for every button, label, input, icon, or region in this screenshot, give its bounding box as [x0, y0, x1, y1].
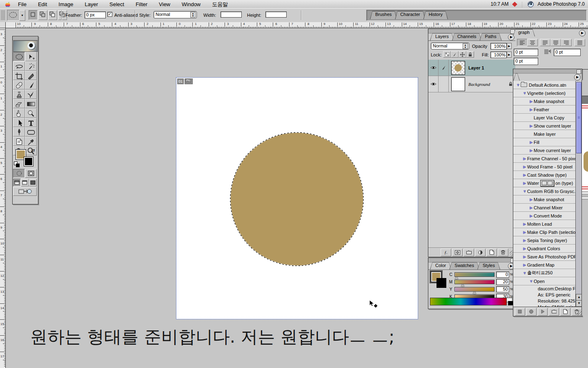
menu-item-Image[interactable]: Image: [53, 0, 79, 8]
slider-value-input[interactable]: 0: [496, 272, 509, 278]
align-button-2[interactable]: [540, 39, 550, 46]
mini-widget-box[interactable]: [548, 181, 552, 185]
app-name[interactable]: Adobe Photoshop 7.0: [538, 1, 585, 7]
well-tab-brushes[interactable]: Brushes: [370, 11, 397, 19]
slider-track[interactable]: [454, 272, 494, 277]
tab-paths[interactable]: Paths: [480, 33, 502, 40]
action-row[interactable]: ▶Channel Mixer: [513, 204, 575, 212]
collapsed-arrow-icon[interactable]: ▶: [529, 108, 534, 112]
crop-tool[interactable]: [13, 71, 25, 80]
style-select[interactable]: Normal ▲▼: [154, 11, 197, 18]
blend-mode-select[interactable]: Normal▲▼: [431, 43, 469, 49]
new-selection-button[interactable]: [29, 10, 38, 20]
collapsed-arrow-icon[interactable]: ▶: [522, 238, 527, 242]
palette-menu-button[interactable]: ▶: [574, 74, 581, 81]
height-input[interactable]: [265, 11, 287, 18]
pen-tool[interactable]: [13, 127, 25, 137]
layer-row-background[interactable]: Background: [428, 76, 516, 92]
action-row[interactable]: ▶Wood Frame - 50 pixel: [513, 163, 575, 171]
action-row[interactable]: Make layer: [513, 130, 575, 138]
visibility-eye-icon[interactable]: [428, 76, 439, 92]
healing-brush-tool[interactable]: [13, 80, 25, 90]
collapsed-arrow-icon[interactable]: ▶: [522, 173, 527, 177]
action-row[interactable]: ▶Make Clip Path (selectio...: [513, 228, 575, 236]
action-row[interactable]: Layer Via Copy: [513, 114, 575, 122]
slider-value-input[interactable]: 50: [496, 286, 509, 292]
lock-transparency-button[interactable]: [443, 51, 451, 58]
collapsed-arrow-icon[interactable]: ▶: [529, 206, 534, 210]
collapsed-arrow-icon[interactable]: ▶: [522, 263, 527, 267]
align-button-4[interactable]: [561, 39, 572, 46]
collapsed-arrow-icon[interactable]: ▶: [529, 99, 534, 103]
action-row[interactable]: ▶Gradient Map: [513, 261, 575, 269]
action-row[interactable]: ▶Save As Photoshop PDF: [513, 253, 575, 261]
quick-mask-mode-button[interactable]: [25, 169, 37, 178]
collapsed-arrow-icon[interactable]: ▶: [522, 157, 527, 161]
palette-menu-button[interactable]: ▶: [579, 30, 586, 36]
expanded-arrow-icon[interactable]: ▼: [516, 83, 521, 87]
record-button[interactable]: [526, 308, 537, 316]
width-input[interactable]: [220, 11, 242, 18]
visibility-eye-icon[interactable]: [428, 60, 439, 76]
action-row[interactable]: ▼Default Actions.atn: [513, 81, 575, 89]
lock-position-button[interactable]: [459, 51, 466, 58]
clone-stamp-tool[interactable]: [13, 90, 25, 99]
action-row[interactable]: Mode: CMYK color: [513, 304, 575, 307]
tab-color[interactable]: Color: [430, 262, 451, 269]
slice-tool[interactable]: [25, 71, 37, 80]
collapsed-arrow-icon[interactable]: ▶: [529, 148, 534, 153]
options-gripper[interactable]: [1, 10, 5, 20]
mini-widget-box[interactable]: [542, 181, 547, 185]
tab-layers[interactable]: Layers: [430, 33, 454, 40]
action-row[interactable]: ▼Vignette (selection): [513, 89, 575, 97]
tab-styles[interactable]: Styles: [477, 262, 500, 269]
play-button[interactable]: [538, 308, 548, 316]
menu-item-Layer[interactable]: Layer: [79, 0, 104, 8]
collapsed-arrow-icon[interactable]: ▶: [522, 247, 527, 251]
expanded-arrow-icon[interactable]: ▼: [522, 189, 527, 193]
menu-item-Select[interactable]: Select: [104, 0, 130, 8]
collapsed-arrow-icon[interactable]: ▶: [522, 222, 527, 226]
action-row[interactable]: As: EPS generic: [513, 292, 575, 298]
action-row[interactable]: ▼출력티프250: [513, 269, 575, 277]
layer-mask-button[interactable]: [452, 249, 463, 256]
path-select-tool[interactable]: [13, 118, 25, 127]
stepper-icon[interactable]: ▲▼: [190, 12, 196, 18]
elliptical-marquee-tool[interactable]: [13, 52, 25, 61]
new-set-button[interactable]: [549, 308, 559, 316]
align-button-3[interactable]: [550, 39, 561, 46]
new-action-button[interactable]: [560, 308, 570, 316]
scrollbar-thumb[interactable]: [576, 82, 581, 153]
horizontal-ruler[interactable]: 1098765432101234567891011121314151617181…: [0, 22, 588, 28]
notes-tool[interactable]: [13, 137, 25, 146]
menu-item-Edit[interactable]: Edit: [32, 0, 53, 8]
magic-wand-tool[interactable]: [25, 61, 37, 71]
action-row[interactable]: ▶Sepia Toning (layer): [513, 236, 575, 245]
action-row[interactable]: ▶Show current layer: [513, 122, 575, 130]
tab-graph[interactable]: graph: [513, 29, 535, 36]
menu-item-View[interactable]: View: [153, 0, 176, 8]
vertical-ruler[interactable]: 32101234567891011121314151617: [0, 28, 6, 368]
collapsed-arrow-icon[interactable]: ▶: [529, 124, 534, 128]
tab-channels[interactable]: Channels: [452, 33, 481, 40]
expanded-arrow-icon[interactable]: ▼: [529, 279, 534, 283]
expanded-arrow-icon[interactable]: ▼: [522, 91, 527, 95]
action-row[interactable]: daucom:Desktop Fold...: [513, 285, 575, 292]
layer-thumbnail[interactable]: [451, 61, 465, 75]
action-row[interactable]: ▶Make snapshot: [513, 97, 575, 105]
action-row[interactable]: ▶Quadrant Colors: [513, 245, 575, 253]
actions-tab[interactable]: [513, 73, 520, 81]
action-row[interactable]: ▶Convert Mode: [513, 212, 575, 220]
expanded-arrow-icon[interactable]: ▼: [522, 271, 527, 275]
lasso-tool[interactable]: [13, 61, 25, 71]
shape-tool[interactable]: [25, 127, 37, 137]
fill-arrow[interactable]: ▶: [507, 52, 512, 58]
stop-button[interactable]: [515, 308, 525, 316]
new-layer-button[interactable]: [486, 249, 497, 256]
menu-item-File[interactable]: File: [12, 0, 32, 8]
align-button-5[interactable]: [575, 39, 585, 46]
lock-all-button[interactable]: [466, 51, 474, 58]
align-button-1[interactable]: [527, 39, 538, 46]
action-row[interactable]: ▼Custom RGB to Graysc...: [513, 187, 575, 195]
action-row[interactable]: ▶Molten Lead: [513, 220, 575, 228]
